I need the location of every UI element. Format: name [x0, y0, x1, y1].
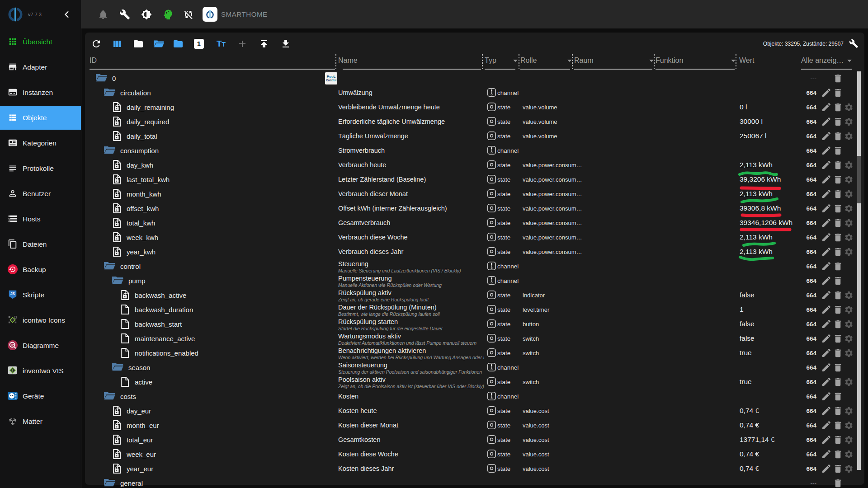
svg-text:JS: JS	[10, 292, 15, 296]
